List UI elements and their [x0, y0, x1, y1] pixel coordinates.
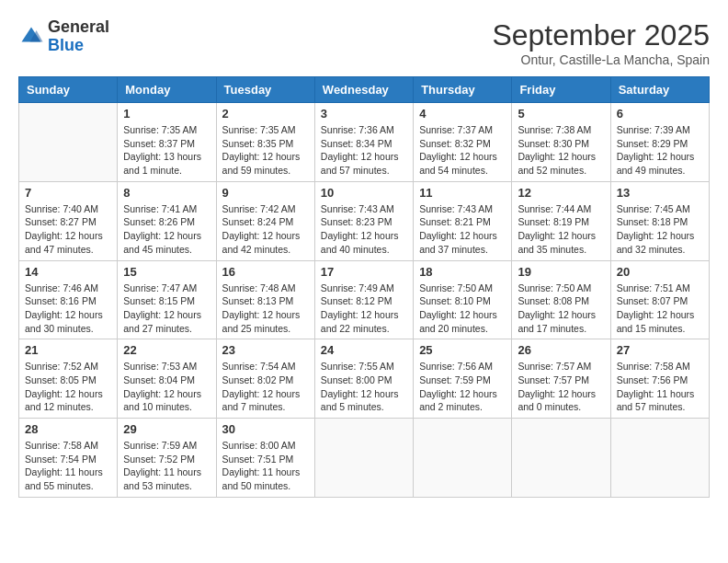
calendar-cell: 24Sunrise: 7:55 AM Sunset: 8:00 PM Dayli… — [314, 339, 413, 419]
calendar-cell: 8Sunrise: 7:41 AM Sunset: 8:26 PM Daylig… — [118, 181, 216, 260]
day-number: 5 — [518, 107, 604, 121]
day-number: 29 — [123, 422, 210, 436]
calendar-cell: 10Sunrise: 7:43 AM Sunset: 8:23 PM Dayli… — [314, 181, 413, 260]
day-info: Sunrise: 7:55 AM Sunset: 8:00 PM Dayligh… — [321, 360, 407, 414]
day-info: Sunrise: 7:41 AM Sunset: 8:26 PM Dayligh… — [123, 202, 210, 257]
day-info: Sunrise: 7:50 AM Sunset: 8:08 PM Dayligh… — [518, 282, 604, 336]
day-info: Sunrise: 7:37 AM Sunset: 8:32 PM Dayligh… — [419, 123, 506, 178]
logo: General Blue — [18, 18, 109, 55]
day-number: 21 — [25, 343, 111, 357]
logo-text: General Blue — [48, 18, 109, 55]
day-info: Sunrise: 7:56 AM Sunset: 7:59 PM Dayligh… — [419, 360, 506, 414]
day-info: Sunrise: 7:47 AM Sunset: 8:15 PM Dayligh… — [123, 282, 210, 336]
logo-general: General — [48, 17, 109, 36]
day-info: Sunrise: 7:38 AM Sunset: 8:30 PM Dayligh… — [518, 123, 604, 178]
calendar-cell: 18Sunrise: 7:50 AM Sunset: 8:10 PM Dayli… — [414, 260, 512, 339]
day-number: 6 — [617, 107, 703, 121]
calendar-cell: 17Sunrise: 7:49 AM Sunset: 8:12 PM Dayli… — [314, 260, 413, 339]
calendar-cell: 15Sunrise: 7:47 AM Sunset: 8:15 PM Dayli… — [118, 260, 216, 339]
calendar-cell: 7Sunrise: 7:40 AM Sunset: 8:27 PM Daylig… — [19, 181, 118, 260]
weekday-header: Saturday — [610, 77, 709, 103]
calendar-header-row: SundayMondayTuesdayWednesdayThursdayFrid… — [19, 77, 710, 103]
weekday-header: Tuesday — [216, 77, 314, 103]
location-subtitle: Ontur, Castille-La Mancha, Spain — [492, 52, 710, 67]
day-info: Sunrise: 7:53 AM Sunset: 8:04 PM Dayligh… — [123, 360, 210, 414]
day-number: 22 — [123, 343, 210, 357]
calendar-cell: 9Sunrise: 7:42 AM Sunset: 8:24 PM Daylig… — [216, 181, 314, 260]
day-info: Sunrise: 7:40 AM Sunset: 8:27 PM Dayligh… — [25, 202, 111, 257]
calendar-cell: 2Sunrise: 7:35 AM Sunset: 8:35 PM Daylig… — [216, 103, 314, 182]
day-number: 27 — [617, 343, 703, 357]
weekday-header: Thursday — [414, 77, 512, 103]
calendar-cell: 27Sunrise: 7:58 AM Sunset: 7:56 PM Dayli… — [610, 339, 709, 419]
day-info: Sunrise: 7:39 AM Sunset: 8:29 PM Dayligh… — [617, 123, 703, 178]
day-info: Sunrise: 7:51 AM Sunset: 8:07 PM Dayligh… — [617, 282, 703, 336]
calendar-week-row: 21Sunrise: 7:52 AM Sunset: 8:05 PM Dayli… — [19, 339, 710, 419]
day-info: Sunrise: 7:50 AM Sunset: 8:10 PM Dayligh… — [419, 282, 506, 336]
calendar-cell: 29Sunrise: 7:59 AM Sunset: 7:52 PM Dayli… — [118, 419, 216, 498]
day-info: Sunrise: 7:52 AM Sunset: 8:05 PM Dayligh… — [25, 360, 111, 414]
calendar-cell: 22Sunrise: 7:53 AM Sunset: 8:04 PM Dayli… — [118, 339, 216, 419]
day-info: Sunrise: 7:44 AM Sunset: 8:19 PM Dayligh… — [518, 202, 604, 257]
calendar-cell: 26Sunrise: 7:57 AM Sunset: 7:57 PM Dayli… — [512, 339, 610, 419]
calendar-cell: 4Sunrise: 7:37 AM Sunset: 8:32 PM Daylig… — [414, 103, 512, 182]
logo-icon — [18, 24, 44, 50]
day-number: 12 — [518, 186, 604, 200]
day-info: Sunrise: 7:59 AM Sunset: 7:52 PM Dayligh… — [123, 439, 210, 493]
calendar-cell: 12Sunrise: 7:44 AM Sunset: 8:19 PM Dayli… — [512, 181, 610, 260]
calendar-cell: 21Sunrise: 7:52 AM Sunset: 8:05 PM Dayli… — [19, 339, 118, 419]
calendar-cell — [314, 419, 413, 498]
day-info: Sunrise: 7:42 AM Sunset: 8:24 PM Dayligh… — [222, 202, 309, 257]
day-info: Sunrise: 7:35 AM Sunset: 8:35 PM Dayligh… — [222, 123, 309, 178]
day-number: 20 — [617, 265, 703, 279]
calendar-cell: 5Sunrise: 7:38 AM Sunset: 8:30 PM Daylig… — [512, 103, 610, 182]
day-number: 11 — [419, 186, 506, 200]
day-info: Sunrise: 7:46 AM Sunset: 8:16 PM Dayligh… — [25, 282, 111, 336]
calendar-cell: 6Sunrise: 7:39 AM Sunset: 8:29 PM Daylig… — [610, 103, 709, 182]
day-number: 25 — [419, 343, 506, 357]
day-info: Sunrise: 7:58 AM Sunset: 7:54 PM Dayligh… — [25, 439, 111, 493]
calendar-cell: 30Sunrise: 8:00 AM Sunset: 7:51 PM Dayli… — [216, 419, 314, 498]
calendar-cell — [414, 419, 512, 498]
calendar-cell — [19, 103, 118, 182]
day-number: 26 — [518, 343, 604, 357]
calendar-cell: 13Sunrise: 7:45 AM Sunset: 8:18 PM Dayli… — [610, 181, 709, 260]
day-number: 23 — [222, 343, 309, 357]
day-info: Sunrise: 7:45 AM Sunset: 8:18 PM Dayligh… — [617, 202, 703, 257]
calendar-table: SundayMondayTuesdayWednesdayThursdayFrid… — [18, 76, 710, 498]
calendar-week-row: 28Sunrise: 7:58 AM Sunset: 7:54 PM Dayli… — [19, 419, 710, 498]
month-title: September 2025 — [492, 18, 710, 52]
day-number: 8 — [123, 186, 210, 200]
calendar-cell: 23Sunrise: 7:54 AM Sunset: 8:02 PM Dayli… — [216, 339, 314, 419]
day-info: Sunrise: 7:43 AM Sunset: 8:23 PM Dayligh… — [321, 202, 407, 257]
day-info: Sunrise: 7:43 AM Sunset: 8:21 PM Dayligh… — [419, 202, 506, 257]
day-number: 19 — [518, 265, 604, 279]
day-number: 28 — [25, 422, 111, 436]
day-info: Sunrise: 7:58 AM Sunset: 7:56 PM Dayligh… — [617, 360, 703, 414]
calendar-cell: 19Sunrise: 7:50 AM Sunset: 8:08 PM Dayli… — [512, 260, 610, 339]
day-number: 7 — [25, 186, 111, 200]
weekday-header: Monday — [118, 77, 216, 103]
day-info: Sunrise: 7:57 AM Sunset: 7:57 PM Dayligh… — [518, 360, 604, 414]
day-number: 1 — [123, 107, 210, 121]
day-number: 18 — [419, 265, 506, 279]
logo-blue: Blue — [48, 36, 84, 54]
day-info: Sunrise: 7:36 AM Sunset: 8:34 PM Dayligh… — [321, 123, 407, 178]
calendar-cell — [610, 419, 709, 498]
calendar-cell: 1Sunrise: 7:35 AM Sunset: 8:37 PM Daylig… — [118, 103, 216, 182]
day-info: Sunrise: 7:54 AM Sunset: 8:02 PM Dayligh… — [222, 360, 309, 414]
weekday-header: Wednesday — [314, 77, 413, 103]
day-number: 30 — [222, 422, 309, 436]
weekday-header: Friday — [512, 77, 610, 103]
page-header: General Blue September 2025 Ontur, Casti… — [18, 18, 710, 67]
day-number: 14 — [25, 265, 111, 279]
calendar-cell: 20Sunrise: 7:51 AM Sunset: 8:07 PM Dayli… — [610, 260, 709, 339]
calendar-cell: 14Sunrise: 7:46 AM Sunset: 8:16 PM Dayli… — [19, 260, 118, 339]
calendar-week-row: 7Sunrise: 7:40 AM Sunset: 8:27 PM Daylig… — [19, 181, 710, 260]
day-info: Sunrise: 7:49 AM Sunset: 8:12 PM Dayligh… — [321, 282, 407, 336]
weekday-header: Sunday — [19, 77, 118, 103]
calendar-cell: 3Sunrise: 7:36 AM Sunset: 8:34 PM Daylig… — [314, 103, 413, 182]
calendar-cell: 11Sunrise: 7:43 AM Sunset: 8:21 PM Dayli… — [414, 181, 512, 260]
day-number: 2 — [222, 107, 309, 121]
calendar-cell: 25Sunrise: 7:56 AM Sunset: 7:59 PM Dayli… — [414, 339, 512, 419]
